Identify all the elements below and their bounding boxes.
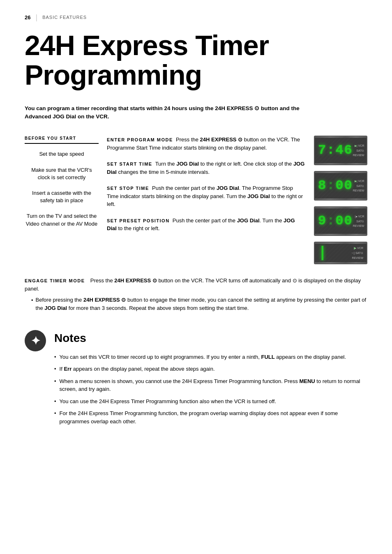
notes-bullet-4: • [54,397,56,406]
notes-item-3: • When a menu screen is shown, you canno… [54,377,367,393]
step-4-text: SET PRESET POSITION Push the center part… [107,217,306,233]
notes-icon: ✦ [25,330,46,351]
engage-label: ENGAGE TIMER MODE [25,278,85,283]
notes-content: Notes • You can set this VCR to timer re… [54,330,367,429]
sidebar-item-4: Turn on the TV and select the Video chan… [25,212,99,227]
content-area: BEFORE YOU START Set the tape speed Make… [25,136,367,264]
sidebar-item-1: Set the tape speed [25,150,99,158]
page-header: 26 | BASIC FEATURES [25,12,367,23]
notes-bullet-1: • [54,353,56,361]
notes-bullet-3: • [54,377,56,393]
before-you-start-heading: BEFORE YOU START [25,136,99,144]
page-number: 26 [25,14,30,21]
intro-text: You can program a timer recording that s… [25,104,312,121]
notes-item-4: • You can use the 24H Express Timer Prog… [54,397,367,406]
engage-section: ENGAGE TIMER MODE Press the 24H EXPRESS … [25,277,367,312]
steps-column: ENTER PROGRAM MODE Press the 24H EXPRESS… [107,136,306,264]
step-3-label: SET STOP TIME [107,186,149,191]
sidebar-item-3: Insert a cassette with the safety tab in… [25,189,99,204]
step-enter-program-mode: ENTER PROGRAM MODE Press the 24H EXPRESS… [107,136,306,152]
notes-text-1: You can set this VCR to timer record up … [60,353,346,361]
sidebar-item-2: Make sure that the VCR's clock is set co… [25,166,99,181]
notes-list: • You can set this VCR to timer record u… [54,353,367,426]
notes-text-5: For the 24H Express Timer Programming fu… [60,409,367,425]
vcr-display-4: | |▶ VCR →| SAT⊙ REVIEW [314,242,367,264]
step-2-text: SET START TIME Turn the JOG Dial to the … [107,160,306,176]
step-1-text: ENTER PROGRAM MODE Press the 24H EXPRESS… [107,136,306,152]
notes-title: Notes [54,330,367,346]
notes-item-2: • If Err appears on the display panel, r… [54,365,367,373]
engage-bullet-text: Before pressing the 24H EXPRESS ⊙ button… [36,296,367,312]
step-set-start-time: SET START TIME Turn the JOG Dial to the … [107,160,306,176]
vcr-display-3: 9:00 |● VCR SAT⊙ REVIEW [314,206,367,236]
steps-and-displays: ENTER PROGRAM MODE Press the 24H EXPRESS… [107,136,367,264]
notes-item-5: • For the 24H Express Timer Programming … [54,409,367,425]
bullet-dot: • [31,296,33,312]
page-title: 24H Express TimerProgramming [25,31,367,90]
step-2-label: SET START TIME [107,162,152,166]
notes-text-2: If Err appears on the display panel, rep… [60,365,215,373]
engage-bullet: • Before pressing the 24H EXPRESS ⊙ butt… [31,296,367,312]
vcr-displays: 7:46 ▶| VCR SAT⊙ REVIEW 8:00 ▶| VCR SAT⊙… [314,136,367,264]
step-set-preset-position: SET PRESET POSITION Push the center part… [107,217,306,233]
sidebar: BEFORE YOU START Set the tape speed Make… [25,136,107,264]
notes-bullet-2: • [54,365,56,373]
vcr-display-1: 7:46 ▶| VCR SAT⊙ REVIEW [314,136,367,165]
step-3-text: SET STOP TIME Push the center part of th… [107,184,306,208]
notes-section: ✦ Notes • You can set this VCR to timer … [25,322,367,429]
notes-text-3: When a menu screen is shown, you cannot … [60,377,367,393]
step-1-label: ENTER PROGRAM MODE [107,137,173,142]
vcr-display-2: 8:00 ▶| VCR SAT⊙ REVIEW [314,171,367,201]
section-label: BASIC FEATURES [42,14,87,21]
notes-text-4: You can use the 24H Express Timer Progra… [60,397,277,406]
step-set-stop-time: SET STOP TIME Push the center part of th… [107,184,306,208]
notes-item-1: • You can set this VCR to timer record u… [54,353,367,361]
step-4-label: SET PRESET POSITION [107,218,170,223]
notes-bullet-5: • [54,409,56,425]
